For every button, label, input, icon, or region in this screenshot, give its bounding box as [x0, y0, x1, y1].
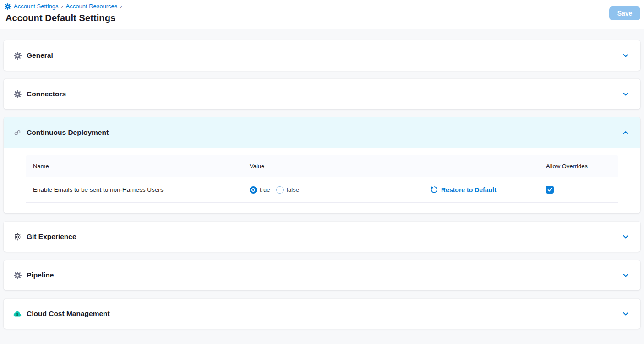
section-card-git-experience: Git Experience	[4, 222, 640, 252]
svg-text:$: $	[16, 312, 19, 316]
settings-table: Name Value Allow Overrides Enable Emails…	[4, 148, 640, 213]
section-header-general[interactable]: General	[4, 40, 640, 71]
column-header-value: Value	[242, 163, 429, 170]
breadcrumb: Account Settings › Account Resources ›	[5, 3, 122, 10]
section-card-general: General	[4, 40, 640, 71]
radio-true-label: true	[260, 186, 270, 193]
section-label: General	[27, 51, 622, 60]
gear-icon	[13, 271, 22, 279]
section-label: Cloud Cost Management	[27, 310, 622, 318]
section-header-connectors[interactable]: Connectors	[4, 79, 640, 109]
cd-infinity-icon	[13, 128, 22, 137]
table-header-row: Name Value Allow Overrides	[26, 155, 618, 177]
radio-true-selected[interactable]	[250, 186, 257, 194]
page-title: Account Default Settings	[5, 13, 115, 23]
chevron-down-icon[interactable]	[622, 272, 629, 279]
settings-content: General Connectors	[0, 29, 644, 329]
section-label: Git Experience	[27, 233, 622, 241]
section-label: Continuous Deployment	[27, 128, 622, 137]
section-card-connectors: Connectors	[4, 79, 640, 109]
radio-false-unselected[interactable]	[276, 186, 284, 194]
section-label: Connectors	[27, 90, 622, 98]
gear-icon	[13, 51, 22, 60]
breadcrumb-link-account-settings[interactable]: Account Settings	[14, 3, 59, 10]
allow-overrides-checkbox-checked[interactable]	[546, 186, 554, 194]
breadcrumb-separator: ›	[61, 3, 63, 10]
save-button[interactable]: Save	[609, 6, 640, 20]
restore-label: Restore to Default	[441, 186, 497, 194]
value-radio-group: true false	[250, 186, 299, 194]
setting-name: Enable Emails to be sent to non-Harness …	[26, 186, 242, 193]
cloud-dollar-icon: $	[13, 310, 22, 318]
chevron-up-icon[interactable]	[622, 129, 629, 136]
section-header-pipeline[interactable]: Pipeline	[4, 260, 640, 290]
gear-outline-icon	[13, 233, 22, 241]
section-header-continuous-deployment[interactable]: Continuous Deployment	[4, 117, 640, 148]
section-header-git-experience[interactable]: Git Experience	[4, 222, 640, 252]
column-header-name: Name	[26, 163, 242, 170]
section-card-continuous-deployment: Continuous Deployment Name Value Allow O…	[4, 117, 640, 213]
settings-gear-icon	[5, 3, 11, 10]
breadcrumb-link-account-resources[interactable]: Account Resources	[66, 3, 118, 10]
radio-option-true[interactable]: true	[250, 186, 270, 194]
radio-option-false[interactable]: false	[276, 186, 299, 194]
page-header: Account Settings › Account Resources › A…	[0, 0, 644, 29]
section-header-cloud-cost-management[interactable]: $ Cloud Cost Management	[4, 299, 640, 329]
table-row: Enable Emails to be sent to non-Harness …	[26, 177, 618, 203]
chevron-down-icon[interactable]	[622, 90, 629, 98]
column-header-allow-overrides: Allow Overrides	[539, 163, 618, 170]
chevron-down-icon[interactable]	[622, 52, 629, 59]
restore-icon	[431, 186, 438, 194]
section-label: Pipeline	[27, 271, 622, 279]
breadcrumb-separator: ›	[120, 3, 122, 10]
chevron-down-icon[interactable]	[622, 233, 629, 240]
chevron-down-icon[interactable]	[622, 310, 629, 317]
radio-false-label: false	[286, 186, 299, 193]
gear-icon	[13, 90, 22, 98]
section-card-cloud-cost-management: $ Cloud Cost Management	[4, 299, 640, 329]
restore-to-default-link[interactable]: Restore to Default	[429, 186, 539, 194]
section-card-pipeline: Pipeline	[4, 260, 640, 290]
